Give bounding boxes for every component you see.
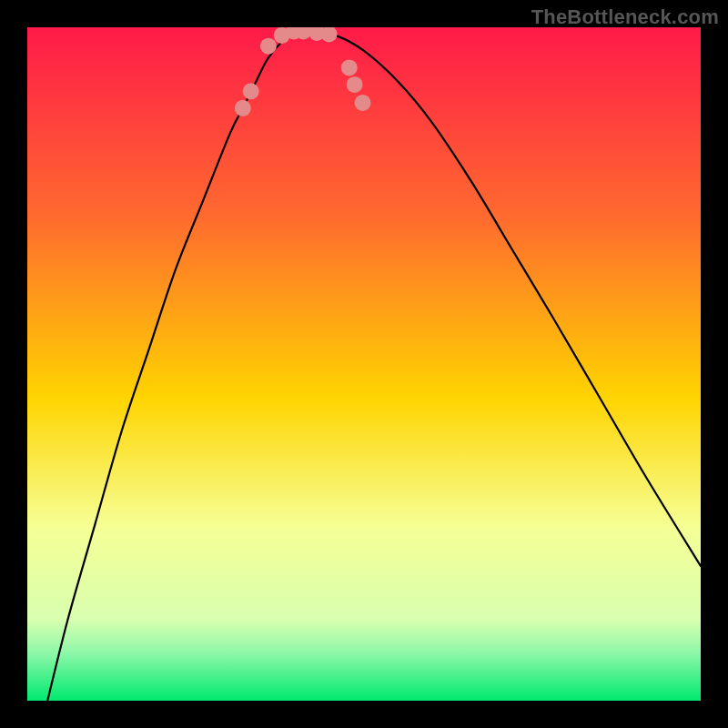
marker-dot — [341, 59, 358, 76]
marker-dot — [347, 76, 363, 93]
chart-svg — [27, 27, 701, 701]
watermark-text: TheBottleneck.com — [531, 5, 719, 29]
gradient-background — [27, 27, 701, 701]
marker-dot — [235, 100, 251, 116]
plot-area — [27, 27, 701, 701]
marker-dot — [355, 95, 371, 111]
marker-dot — [243, 83, 259, 99]
marker-dot — [260, 38, 277, 55]
chart-frame: TheBottleneck.com — [0, 0, 728, 728]
